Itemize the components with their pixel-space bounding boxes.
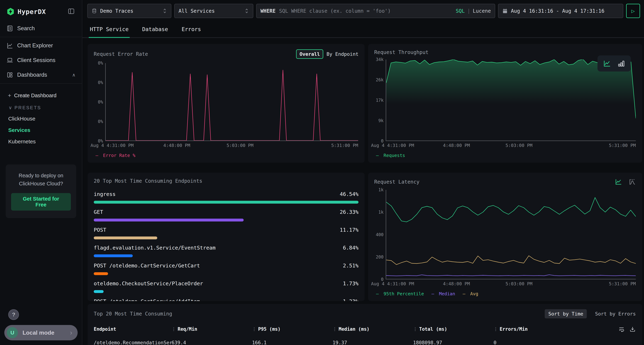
endpoint-label: POST /oteldemo.CartService/AddItem (94, 298, 200, 301)
endpoint-row[interactable]: ingress46.54% (94, 191, 358, 204)
presets-group-toggle[interactable]: ∨ PRESETS (0, 102, 82, 113)
endpoint-value: 11.17% (340, 227, 358, 233)
y-axis-labels: 1k 1k 400 200 0 (370, 190, 386, 279)
bar-chart-icon[interactable] (617, 59, 626, 67)
chevron-up-icon[interactable]: ∧ (72, 72, 76, 78)
endpoint-bar (94, 254, 133, 257)
column-header-median[interactable]: ⋮ Median (ms) (332, 327, 413, 332)
endpoint-bar (94, 201, 358, 204)
table-title: Top 20 Most Time Consuming (94, 311, 172, 317)
app-root: HyperDX Search Chart Explorer (0, 0, 644, 345)
endpoint-row[interactable]: oteldemo.CheckoutService/PlaceOrder1.73% (94, 281, 358, 293)
sidebar-item-client-sessions[interactable]: Client Sessions (0, 53, 82, 67)
panel-title: Request Latency (374, 179, 420, 185)
column-header-endpoint[interactable]: Endpoint (94, 327, 172, 332)
overall-toggle-button[interactable]: Overall (296, 49, 323, 59)
sort-by-errors-button[interactable]: Sort by Errors (595, 311, 636, 317)
main-area: Demo Traces All Services WHERE SQL WHERE… (82, 0, 644, 345)
drag-handle-icon[interactable]: ⋮ (494, 327, 498, 332)
lucene-mode-toggle[interactable]: Lucene (473, 8, 491, 14)
histogram-icon[interactable] (628, 178, 636, 186)
panel-request-latency: Request Latency 1k 1k (368, 173, 642, 301)
sidebar-item-dashboards[interactable]: Dashboards ∧ (0, 67, 82, 82)
endpoint-row[interactable]: POST /oteldemo.CartService/AddItem1.23% (94, 298, 358, 301)
download-icon[interactable] (629, 326, 636, 332)
chevron-down-icon: ∨ (8, 105, 12, 110)
x-axis-labels: Aug 4 4:31:00 PM 4:48:00 PM 5:03:00 PM 5… (386, 281, 636, 289)
by-endpoint-toggle[interactable]: By Endpoint (326, 51, 358, 57)
avatar: U (7, 327, 18, 338)
get-started-button[interactable]: Get Started for Free (11, 193, 71, 211)
time-range-value: Aug 4 16:31:16 - Aug 4 17:31:16 (511, 8, 604, 14)
database-icon (92, 8, 97, 13)
user-menu-pill[interactable]: U Local mode › (4, 325, 78, 340)
sort-by-time-button[interactable]: Sort by Time (545, 309, 587, 318)
sidebar-item-label: Chart Explorer (17, 42, 53, 49)
source-select[interactable]: Demo Traces (87, 4, 172, 18)
drag-handle-icon[interactable]: ⋮ (413, 327, 417, 332)
where-clause-input[interactable]: WHERE SQL WHERE clause (ex. column = 'fo… (256, 4, 495, 18)
calendar-icon (502, 8, 508, 13)
preset-kubernetes[interactable]: Kubernetes (0, 136, 82, 147)
throughput-chart[interactable] (386, 59, 636, 141)
column-header-errors-min[interactable]: ⋮ Errors/Min (494, 326, 636, 332)
endpoint-bar (94, 237, 157, 239)
endpoint-row[interactable]: POST11.17% (94, 227, 358, 239)
sidebar-item-label: Client Sessions (17, 57, 56, 63)
error-rate-chart[interactable] (105, 63, 358, 141)
tab-http-service[interactable]: HTTP Service (89, 22, 130, 38)
sidebar-item-label: Dashboards (17, 72, 47, 78)
latency-chart[interactable] (386, 190, 636, 279)
chevron-up-down-icon (162, 8, 167, 13)
chart-legend: — Requests (368, 151, 642, 163)
tab-database[interactable]: Database (141, 22, 169, 38)
line-chart-icon[interactable] (603, 59, 611, 67)
endpoint-label: POST (94, 227, 106, 233)
tab-errors[interactable]: Errors (180, 22, 202, 38)
chart-line-icon (6, 42, 13, 49)
endpoint-label: ingress (94, 191, 116, 197)
sql-mode-toggle[interactable]: SQL (456, 8, 465, 14)
endpoint-row[interactable]: flagd.evaluation.v1.Service/EventStream6… (94, 245, 358, 257)
service-select[interactable]: All Services (174, 4, 253, 18)
sidebar-item-search[interactable]: Search (0, 21, 82, 36)
time-range-picker[interactable]: Aug 4 16:31:16 - Aug 4 17:31:16 (498, 4, 623, 18)
endpoint-label: oteldemo.CheckoutService/PlaceOrder (94, 281, 203, 287)
table-row[interactable]: /oteldemo.RecommendationServ 639.4 166.1… (88, 340, 642, 345)
wrap-text-icon[interactable] (618, 326, 625, 332)
legend-requests: — Requests (376, 153, 405, 158)
sidebar-item-label: Search (17, 25, 35, 32)
endpoint-value: 46.54% (340, 191, 358, 197)
drag-handle-icon[interactable]: ⋮ (252, 327, 256, 332)
preset-services[interactable]: Services (0, 124, 82, 136)
endpoint-row[interactable]: POST /oteldemo.CartService/GetCart2.51% (94, 263, 358, 275)
cell-total: 1808098.97 (413, 340, 494, 345)
cell-p95: 166.1 (252, 340, 332, 345)
create-dashboard-button[interactable]: + Create Dashboard (0, 89, 82, 102)
column-header-req-min[interactable]: ⋮ Req/Min (172, 327, 252, 332)
sidebar-collapse-icon[interactable] (68, 8, 75, 15)
endpoint-row[interactable]: GET26.33% (94, 209, 358, 222)
drag-handle-icon[interactable]: ⋮ (332, 327, 337, 332)
x-axis-labels: Aug 4 4:31:00 PM 4:48:00 PM 5:03:00 PM 5… (386, 143, 636, 151)
chevron-right-icon: › (70, 329, 72, 337)
endpoint-value: 26.33% (340, 209, 358, 215)
panel-endpoints-table: Top 20 Most Time Consuming Sort by Time … (88, 304, 642, 345)
cell-endpoint: /oteldemo.RecommendationServ (94, 340, 172, 345)
cell-req-min: 639.4 (172, 340, 252, 345)
run-query-button[interactable]: ▷ (626, 4, 640, 18)
logo-row: HyperDX (0, 0, 82, 21)
chevron-up-down-icon (244, 8, 249, 13)
help-button[interactable]: ? (8, 309, 19, 320)
chart-type-toggle[interactable] (598, 55, 631, 71)
column-header-total[interactable]: ⋮ Total (ms) (413, 327, 494, 332)
sidebar-item-chart-explorer[interactable]: Chart Explorer (0, 38, 82, 53)
chart-legend: — 95th Percentile — Median — Avg (368, 289, 642, 301)
column-header-p95[interactable]: ⋮ P95 (ms) (252, 327, 332, 332)
line-chart-icon[interactable] (615, 178, 622, 186)
promo-text-line1: Ready to deploy on (11, 172, 71, 180)
sidebar-bottom: ? U Local mode › (0, 309, 82, 345)
preset-clickhouse[interactable]: ClickHouse (0, 113, 82, 124)
endpoint-label: flagd.evaluation.v1.Service/EventStream (94, 245, 216, 251)
drag-handle-icon[interactable]: ⋮ (172, 327, 176, 332)
